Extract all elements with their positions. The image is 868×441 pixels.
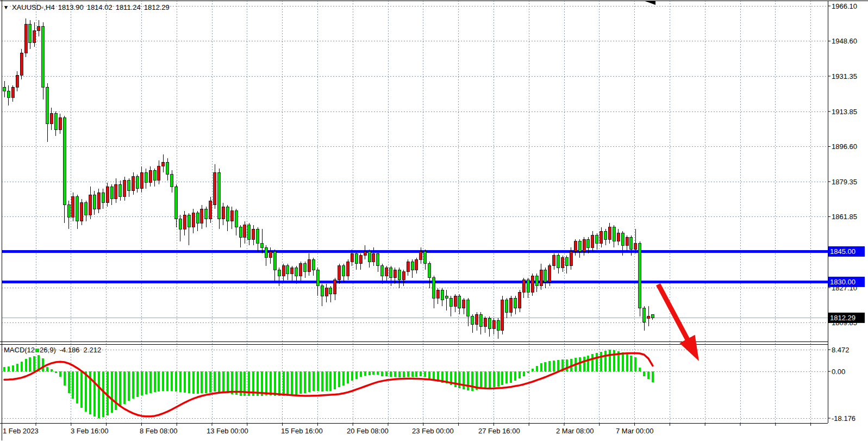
price-tick-label: 1879.35 [832, 178, 857, 186]
macd-tick-label: 8.472 [832, 346, 850, 354]
macd-tick-label: -18.176 [832, 414, 855, 423]
macd-signal-line [4, 353, 653, 417]
level-lines[interactable] [2, 251, 828, 318]
macd-tick-label: 0.00 [832, 368, 845, 376]
macd-current-value: -4.186 [60, 346, 80, 354]
time-tick-label: 8 Feb 08:00 [140, 427, 177, 435]
time-tick-label: 3 Feb 16:00 [71, 427, 108, 435]
price-tick-label: 1931.35 [832, 72, 857, 80]
price-tick-label: 1896.60 [832, 142, 857, 151]
macd-name-suffix: 26,9) [40, 346, 56, 354]
svg-text:1812.29: 1812.29 [830, 314, 855, 322]
candlesticks [3, 18, 654, 339]
macd-pane [3, 350, 654, 418]
price-chart-canvas[interactable]: 1966.101948.601931.351913.851896.601879.… [0, 0, 868, 441]
chart-shift-marker-icon[interactable] [644, 1, 655, 5]
time-tick-label: 1 Feb 2023 [3, 427, 39, 435]
time-tick-label: 15 Feb 16:00 [281, 427, 323, 435]
svg-text:1845.00: 1845.00 [830, 247, 855, 256]
symbol-dropdown-icon[interactable]: ▼ [3, 4, 9, 10]
price-axis[interactable]: 1966.101948.601931.351913.851896.601879.… [828, 2, 857, 423]
symbol-period-label: XAUUSD-,H4 [12, 3, 55, 11]
macd-histogram-color-swatch [35, 349, 39, 352]
time-tick-label: 27 Feb 16:00 [478, 427, 520, 435]
time-tick-label: 23 Feb 00:00 [412, 427, 454, 435]
price-tick-label: 1861.85 [832, 213, 857, 221]
ohlc-open: 1813.90 [58, 3, 84, 11]
time-tick-label: 7 Mar 00:00 [616, 427, 653, 435]
ohlc-close: 1812.29 [144, 3, 170, 11]
time-tick-label: 20 Feb 08:00 [347, 427, 389, 435]
ohlc-high: 1814.02 [87, 3, 113, 11]
time-axis[interactable]: 1 Feb 20233 Feb 16:008 Feb 08:0013 Feb 0… [3, 423, 811, 435]
ohlc-low: 1811.24 [116, 3, 141, 11]
price-tick-label: 1966.10 [832, 2, 857, 10]
macd-indicator-label: MACD(1226,9)-4.1862.212 [4, 346, 101, 354]
chart-title: ▼XAUUSD-,H41813.901814.021811.241812.29 [3, 3, 173, 11]
time-tick-label: 13 Feb 00:00 [207, 427, 248, 435]
macd-signal-value: 2.212 [84, 346, 102, 354]
svg-text:1830.00: 1830.00 [830, 278, 855, 286]
time-tick-label: 2 Mar 08:00 [556, 427, 594, 435]
grid-lines [2, 1, 828, 423]
price-tick-label: 1948.60 [832, 37, 857, 45]
trading-chart-window: 1966.101948.601931.351913.851896.601879.… [0, 0, 868, 441]
price-label-boxes: 1845.001830.001812.29 [828, 246, 865, 323]
price-tick-label: 1913.85 [832, 108, 857, 116]
macd-name-prefix: MACD(12 [4, 346, 35, 354]
